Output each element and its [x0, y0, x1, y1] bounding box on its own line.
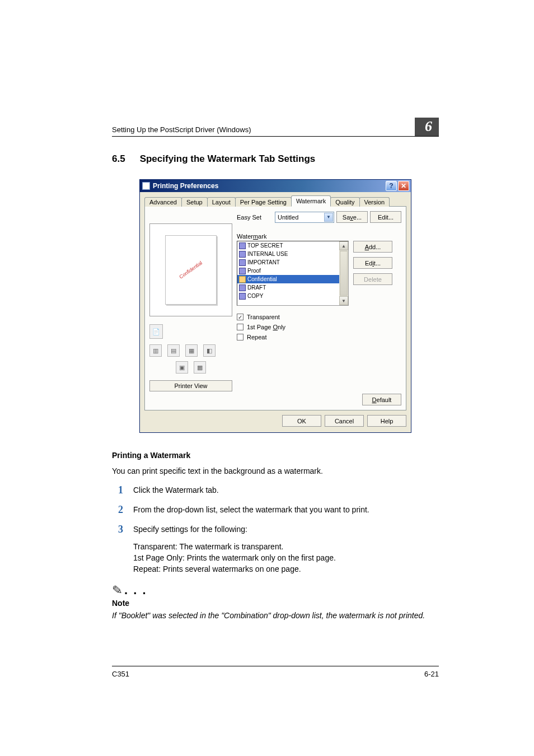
layout-icon-4[interactable]: ◧: [203, 344, 216, 357]
tab-layout[interactable]: Layout: [207, 197, 236, 207]
watermark-item-icon: [239, 268, 246, 274]
easy-set-save-button[interactable]: Save...: [336, 211, 368, 223]
section-number: 6.5: [112, 153, 125, 165]
list-item[interactable]: IMPORTANT: [237, 258, 339, 267]
default-button[interactable]: Default: [362, 394, 401, 405]
tab-quality[interactable]: Quality: [330, 197, 359, 207]
first-page-only-label: 1st Page Only: [247, 324, 285, 330]
tab-version[interactable]: Version: [359, 197, 390, 207]
running-head: Setting Up the PostScript Driver (Window…: [112, 125, 251, 134]
section-title: Specifying the Watermark Tab Settings: [140, 153, 316, 165]
footer-page-number: 6-21: [424, 670, 439, 678]
intro-text: You can print specific text in the backg…: [112, 465, 439, 477]
step-3: Specify settings for the following:: [133, 524, 439, 535]
list-item-selected[interactable]: Confidential: [237, 275, 339, 283]
dialog-titlebar: Printing Preferences ? ✕: [140, 180, 411, 192]
transparent-label: Transparent: [247, 314, 280, 320]
cancel-button[interactable]: Cancel: [325, 415, 364, 427]
preview-watermark-text: Confidential: [179, 260, 204, 279]
repeat-checkbox[interactable]: [237, 334, 243, 340]
easy-set-label: Easy Set: [237, 214, 273, 221]
watermark-edit-button[interactable]: Edit...: [353, 257, 392, 269]
page-preview: Confidential: [149, 223, 232, 316]
tab-watermark[interactable]: Watermark: [291, 195, 331, 207]
step-2: From the drop-down list, select the wate…: [133, 504, 439, 515]
easy-set-dropdown[interactable]: Untitled ▼: [275, 212, 334, 223]
tab-per-page-setting[interactable]: Per Page Setting: [235, 197, 292, 207]
step-3-line-2: 1st Page Only: Prints the watermark only…: [133, 552, 439, 563]
step-3-line-1: Transparent: The watermark is transparen…: [133, 541, 439, 552]
layout-icon-6[interactable]: ▩: [194, 361, 206, 374]
layout-icon-1[interactable]: ▥: [149, 344, 162, 357]
note-label: Note: [112, 599, 439, 608]
watermark-item-icon: [239, 276, 246, 283]
watermark-item-icon: [239, 293, 246, 300]
titlebar-help-button[interactable]: ?: [386, 181, 397, 191]
list-item[interactable]: INTERNAL USE: [237, 250, 339, 258]
step-number-3: 3: [112, 524, 123, 535]
tab-setup[interactable]: Setup: [181, 197, 208, 207]
scroll-up-button[interactable]: ▲: [339, 241, 348, 250]
watermark-group-label: Watermark: [237, 233, 401, 240]
sub-heading: Printing a Watermark: [112, 451, 439, 460]
repeat-label: Repeat: [247, 334, 266, 340]
step-number-1: 1: [112, 484, 123, 496]
layout-icon-5[interactable]: ▣: [176, 361, 188, 374]
note-body: If "Booklet" was selected in the "Combin…: [112, 610, 439, 621]
chapter-badge: 6: [415, 118, 439, 136]
help-button[interactable]: Help: [367, 415, 406, 427]
note-icon: ✎: [111, 582, 123, 598]
scroll-thumb[interactable]: [340, 251, 348, 296]
step-1: Click the Watermark tab.: [133, 484, 439, 496]
layout-icon-3[interactable]: ▦: [185, 344, 198, 357]
watermark-item-icon: [239, 251, 246, 258]
watermark-item-icon: [239, 284, 246, 291]
chevron-down-icon: ▼: [324, 213, 333, 222]
tab-advanced[interactable]: Advanced: [144, 197, 182, 207]
ok-button[interactable]: OK: [282, 415, 321, 427]
tab-strip: Advanced Setup Layout Per Page Setting W…: [144, 195, 406, 207]
step-number-2: 2: [112, 504, 123, 516]
app-icon: [142, 182, 150, 190]
easy-set-edit-button[interactable]: Edit...: [370, 211, 401, 223]
first-page-only-checkbox[interactable]: [237, 324, 243, 330]
footer-model: C351: [112, 670, 129, 678]
note-dots-icon: . . .: [124, 583, 147, 598]
transparent-checkbox[interactable]: ✓: [237, 314, 243, 320]
layout-icon-2[interactable]: ▤: [167, 344, 180, 357]
list-item[interactable]: Proof: [237, 267, 339, 275]
list-item[interactable]: TOP SECRET: [237, 241, 339, 250]
titlebar-close-button[interactable]: ✕: [398, 181, 409, 191]
watermark-item-icon: [239, 242, 246, 249]
printing-preferences-dialog: Printing Preferences ? ✕ Advanced Setup …: [139, 179, 411, 433]
listbox-scrollbar[interactable]: ▲ ▼: [339, 241, 348, 305]
printer-view-button[interactable]: Printer View: [149, 380, 232, 391]
watermark-add-button[interactable]: Add...: [353, 241, 392, 253]
watermark-listbox[interactable]: TOP SECRET INTERNAL USE IMPORTANT Proof …: [237, 241, 349, 306]
dialog-title: Printing Preferences: [153, 182, 218, 190]
list-item[interactable]: DRAFT: [237, 283, 339, 292]
paper-feed-icon[interactable]: 📄: [149, 324, 163, 339]
step-3-line-3: Repeat: Prints several watermarks on one…: [133, 563, 439, 575]
watermark-delete-button: Delete: [353, 273, 392, 285]
watermark-item-icon: [239, 259, 246, 266]
list-item[interactable]: COPY: [237, 292, 339, 300]
easy-set-value: Untitled: [278, 214, 298, 221]
scroll-down-button[interactable]: ▼: [339, 296, 348, 305]
